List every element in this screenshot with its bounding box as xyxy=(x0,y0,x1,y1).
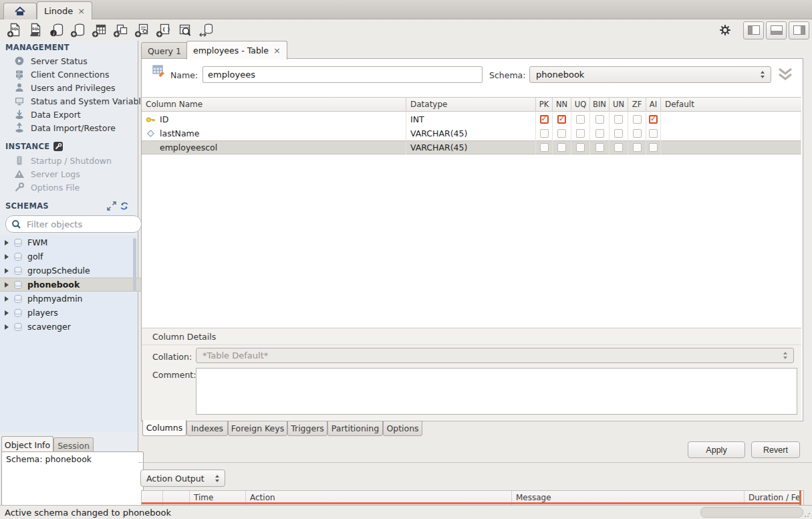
output-selector-dropdown[interactable]: Action Output xyxy=(140,470,225,487)
toggle-output-panel-icon[interactable] xyxy=(766,21,787,39)
table-row-employeescol[interactable]: employeescol VARCHAR(45) xyxy=(142,140,801,154)
close-icon[interactable]: × xyxy=(78,7,85,15)
connection-tab-linode[interactable]: Linode × xyxy=(37,1,92,19)
horizontal-scrollbar[interactable] xyxy=(700,507,803,518)
schema-row-scavenger[interactable]: scavenger xyxy=(0,320,142,334)
schemas-refresh-icon[interactable] xyxy=(120,201,129,213)
divider xyxy=(138,462,812,463)
toggle-sidebar-icon[interactable] xyxy=(743,21,764,39)
schema-row-phpmyadmin[interactable]: phpmyadmin xyxy=(0,292,142,306)
expander-icon[interactable] xyxy=(5,254,9,260)
create-function-icon[interactable]: { } xyxy=(153,21,174,39)
un-checkbox[interactable] xyxy=(614,115,623,124)
schema-row-players[interactable]: players xyxy=(0,306,142,320)
uq-checkbox[interactable] xyxy=(576,129,585,138)
sidebar-item-system-variables[interactable]: Status and System Variables xyxy=(0,94,151,108)
schema-row-groupschedule[interactable]: groupSchedule xyxy=(0,264,142,278)
new-sql-tab-icon[interactable]: SQL xyxy=(3,21,25,39)
uq-checkbox[interactable] xyxy=(576,115,585,124)
sidebar-item-options-file[interactable]: Options File xyxy=(0,181,151,194)
bin-checkbox[interactable] xyxy=(595,115,604,124)
col-header-un: UN xyxy=(610,98,628,111)
spinner-icon xyxy=(215,475,219,482)
schema-filter-input[interactable] xyxy=(25,219,122,230)
tab-columns[interactable]: Columns xyxy=(142,420,186,436)
bin-checkbox[interactable] xyxy=(595,143,604,152)
apply-button[interactable]: Apply xyxy=(688,441,745,458)
tab-indexes[interactable]: Indexes xyxy=(186,421,228,436)
comment-label: Comment: xyxy=(152,370,196,380)
management-section-title: MANAGEMENT xyxy=(5,43,70,52)
sidebar-item-data-import[interactable]: Data Import/Restore xyxy=(0,121,151,134)
col-header-ai: AI xyxy=(646,98,661,111)
home-tab[interactable] xyxy=(3,3,37,19)
search-data-icon[interactable] xyxy=(174,21,196,39)
reconnect-dbms-icon[interactable] xyxy=(196,21,217,39)
expand-header-chevrons-icon[interactable] xyxy=(777,68,794,84)
uq-checkbox[interactable] xyxy=(576,143,585,152)
sidebar-item-users-privileges[interactable]: Users and Privileges xyxy=(0,81,151,94)
create-view-icon[interactable] xyxy=(110,21,132,39)
preferences-gear-icon[interactable] xyxy=(718,23,732,37)
table-row-id[interactable]: ID INT xyxy=(142,112,801,126)
expander-icon[interactable] xyxy=(5,240,9,245)
inspect-database-icon[interactable]: i xyxy=(46,21,67,39)
table-name-input[interactable] xyxy=(202,66,483,83)
toggle-secondary-sidebar-icon[interactable] xyxy=(789,21,809,39)
comment-textarea[interactable] xyxy=(196,368,797,415)
connection-tab-label: Linode xyxy=(44,6,73,16)
tab-partitioning[interactable]: Partitioning xyxy=(327,421,383,436)
server-status-icon xyxy=(14,56,25,66)
sidebar-item-startup-shutdown[interactable]: Startup / Shutdown xyxy=(0,154,151,167)
close-icon[interactable]: × xyxy=(273,46,281,55)
tab-options[interactable]: Options xyxy=(383,421,422,436)
zf-checkbox[interactable] xyxy=(633,115,642,124)
sidebar-item-server-logs[interactable]: Server Logs xyxy=(0,167,151,181)
pk-checkbox[interactable] xyxy=(540,129,549,138)
pk-checkbox[interactable] xyxy=(540,115,549,124)
expander-icon[interactable] xyxy=(5,268,9,274)
create-schema-icon[interactable] xyxy=(67,21,89,39)
zf-checkbox[interactable] xyxy=(633,129,642,138)
schema-dropdown[interactable]: phonebook xyxy=(529,66,771,83)
ai-checkbox[interactable] xyxy=(649,115,658,124)
ai-checkbox[interactable] xyxy=(649,129,658,138)
expander-icon[interactable] xyxy=(5,310,9,316)
nn-checkbox[interactable] xyxy=(557,129,566,138)
schema-icon xyxy=(13,308,23,318)
spinner-icon xyxy=(783,352,787,359)
schema-row-golf[interactable]: golf xyxy=(0,249,142,264)
sidebar-item-data-export[interactable]: Data Export xyxy=(0,108,151,121)
sidebar-item-client-connections[interactable]: Client Connections xyxy=(0,68,151,81)
nn-checkbox[interactable] xyxy=(557,115,566,124)
status-message: Active schema changed to phonebook xyxy=(5,508,171,518)
open-sql-script-icon[interactable]: SQL xyxy=(25,21,46,39)
nn-checkbox[interactable] xyxy=(557,143,566,152)
schemas-expand-icon[interactable] xyxy=(107,201,116,213)
collation-dropdown[interactable]: *Table Default* xyxy=(196,348,794,363)
create-table-icon[interactable] xyxy=(89,21,110,39)
zf-checkbox[interactable] xyxy=(633,143,642,152)
ai-checkbox[interactable] xyxy=(649,143,658,152)
resize-grip-icon[interactable] xyxy=(804,511,811,518)
mysql-workbench-window: Linode × SQL SQL xyxy=(0,0,812,519)
tab-object-info[interactable]: Object Info xyxy=(1,436,53,453)
un-checkbox[interactable] xyxy=(614,143,623,152)
revert-button[interactable]: Revert xyxy=(751,441,800,458)
pk-checkbox[interactable] xyxy=(540,143,549,152)
expander-icon[interactable] xyxy=(5,282,9,288)
tab-foreign-keys[interactable]: Foreign Keys xyxy=(228,421,287,436)
tab-session[interactable]: Session xyxy=(53,437,94,453)
bin-checkbox[interactable] xyxy=(595,129,604,138)
table-row-lastname[interactable]: lastName VARCHAR(45) xyxy=(142,126,801,140)
create-procedure-icon[interactable] xyxy=(132,21,153,39)
un-checkbox[interactable] xyxy=(614,129,623,138)
sidebar-scrollbar[interactable] xyxy=(133,237,136,431)
tab-employees-table[interactable]: employees - Table × xyxy=(186,41,287,60)
tab-triggers[interactable]: Triggers xyxy=(287,421,327,436)
expander-icon[interactable] xyxy=(5,324,9,330)
schema-row-fwm[interactable]: FWM xyxy=(0,235,142,249)
schema-row-phonebook[interactable]: phonebook xyxy=(0,278,142,292)
expander-icon[interactable] xyxy=(5,296,9,302)
sidebar-item-server-status[interactable]: Server Status xyxy=(0,54,151,68)
